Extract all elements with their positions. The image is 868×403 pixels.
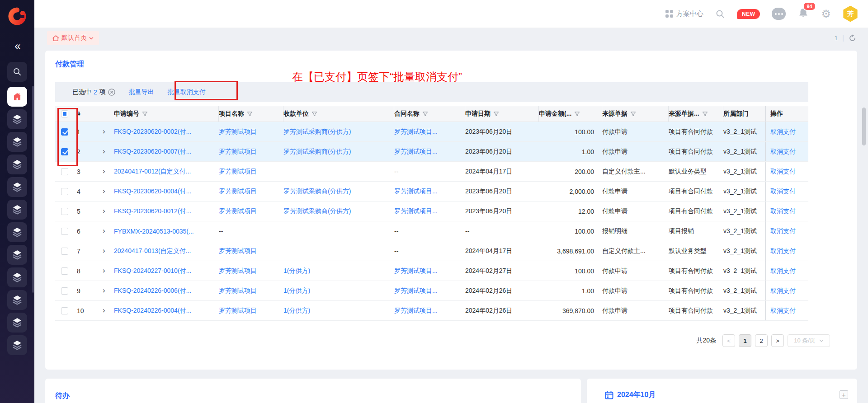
sidebar-item-module-8[interactable] <box>7 267 27 287</box>
row-checkbox[interactable] <box>61 248 68 255</box>
cell-project[interactable]: 罗芳测试项目 <box>219 148 283 156</box>
cell-apply-no[interactable]: FKSQ-20240226-0006(付... <box>114 287 219 295</box>
cancel-pay-link[interactable]: 取消支付 <box>770 267 796 275</box>
row-expand-button[interactable]: › <box>97 128 114 136</box>
sidebar-item-module-4[interactable] <box>7 177 27 197</box>
row-expand-button[interactable]: › <box>97 307 114 314</box>
sidebar-item-home-active[interactable] <box>7 87 27 107</box>
cancel-pay-link[interactable]: 取消支付 <box>770 148 796 156</box>
cell-project[interactable]: 罗芳测试项目 <box>219 128 283 136</box>
sidebar-scrollbar[interactable] <box>32 86 34 293</box>
cell-payee[interactable]: 罗芳测试采购商(分供方) <box>283 207 394 216</box>
cell-payee[interactable]: 1(分供方) <box>283 287 394 295</box>
pagination-page-1[interactable]: 1 <box>739 334 751 347</box>
row-checkbox[interactable] <box>61 267 68 275</box>
row-checkbox[interactable] <box>61 148 68 155</box>
sidebar-item-module-7[interactable] <box>7 245 27 265</box>
tab-default-home[interactable]: 默认首页 <box>47 31 99 45</box>
cell-contract[interactable]: 罗芳测试项目... <box>394 128 465 136</box>
clear-selection-icon[interactable] <box>108 89 115 96</box>
sidebar-item-module-5[interactable] <box>7 200 27 220</box>
row-expand-button[interactable]: › <box>97 148 114 155</box>
sidebar-search-button[interactable] <box>7 62 27 82</box>
app-logo-icon[interactable] <box>8 7 27 26</box>
filter-icon[interactable] <box>142 111 148 117</box>
cell-payee[interactable]: 罗芳测试采购商(分供方) <box>283 128 394 136</box>
sidebar-item-module-9[interactable] <box>7 290 27 310</box>
row-checkbox[interactable] <box>61 128 68 136</box>
cell-project[interactable]: 罗芳测试项目 <box>219 187 283 196</box>
cell-apply-no[interactable]: FKSQ-20230620-0007(付... <box>114 148 219 156</box>
filter-icon[interactable] <box>247 111 253 117</box>
row-checkbox[interactable] <box>61 228 68 235</box>
cancel-pay-link[interactable]: 取消支付 <box>770 207 796 216</box>
sidebar-item-module-2[interactable] <box>7 132 27 152</box>
cell-contract[interactable]: 罗芳测试项目... <box>394 207 465 216</box>
cancel-pay-link[interactable]: 取消支付 <box>770 168 796 176</box>
cancel-pay-link[interactable]: 取消支付 <box>770 187 796 196</box>
row-expand-button[interactable]: › <box>97 247 114 255</box>
cell-project[interactable]: 罗芳测试项目 <box>219 267 283 275</box>
row-expand-button[interactable]: › <box>97 187 114 195</box>
cell-payee[interactable]: 罗芳测试采购商(分供方) <box>283 148 394 156</box>
cell-apply-no[interactable]: FKSQ-20240226-0004(付... <box>114 307 219 315</box>
row-checkbox[interactable] <box>61 287 68 295</box>
pagination-prev-button[interactable]: < <box>722 334 735 347</box>
cancel-pay-link[interactable]: 取消支付 <box>770 227 796 235</box>
cell-contract[interactable]: 罗芳测试项目... <box>394 148 465 156</box>
filter-icon[interactable] <box>493 111 499 117</box>
cancel-pay-link[interactable]: 取消支付 <box>770 247 796 255</box>
row-expand-button[interactable]: › <box>97 227 114 235</box>
row-expand-button[interactable]: › <box>97 287 114 295</box>
batch-cancel-pay-button[interactable]: 批量取消支付 <box>168 88 206 96</box>
cell-apply-no[interactable]: 20240417-0012(自定义付... <box>114 168 219 176</box>
cell-apply-no[interactable]: 20240417-0013(自定义付... <box>114 247 219 255</box>
refresh-icon[interactable] <box>849 34 856 42</box>
sidebar-collapse-icon[interactable]: « <box>0 40 34 52</box>
messages-icon[interactable] <box>772 8 786 20</box>
page-size-select[interactable]: 10 条/页 <box>788 334 830 347</box>
batch-export-button[interactable]: 批量导出 <box>129 88 154 96</box>
sidebar-item-module-6[interactable] <box>7 222 27 242</box>
filter-icon[interactable] <box>702 111 708 117</box>
sidebar-item-module-11[interactable] <box>7 335 27 355</box>
scheme-center-button[interactable]: 方案中心 <box>665 9 703 18</box>
filter-icon[interactable] <box>422 111 428 117</box>
row-checkbox[interactable] <box>61 168 68 175</box>
cell-apply-no[interactable]: FKSQ-20240227-0010(付... <box>114 267 219 275</box>
cell-project[interactable]: 罗芳测试项目 <box>219 207 283 216</box>
row-checkbox[interactable] <box>61 188 68 195</box>
row-expand-button[interactable]: › <box>97 168 114 175</box>
select-all-checkbox[interactable] <box>61 110 68 117</box>
cell-payee[interactable]: 1(分供方) <box>283 307 394 315</box>
cell-project[interactable]: 罗芳测试项目 <box>219 287 283 295</box>
page-scrollbar-thumb[interactable] <box>862 108 866 145</box>
cancel-pay-link[interactable]: 取消支付 <box>770 287 796 295</box>
row-checkbox[interactable] <box>61 208 68 215</box>
calendar-add-button[interactable]: + <box>840 390 848 399</box>
cell-apply-no[interactable]: FKSQ-20230620-0002(付... <box>114 128 219 136</box>
cell-contract[interactable]: 罗芳测试项目... <box>394 287 465 295</box>
settings-gear-icon[interactable]: ⚙ <box>821 9 831 19</box>
filter-icon[interactable] <box>630 111 636 117</box>
cell-apply-no[interactable]: FYBXMX-20240513-0035(... <box>114 228 219 235</box>
notifications-button[interactable]: 94 <box>797 7 809 21</box>
cell-apply-no[interactable]: FKSQ-20230620-0004(付... <box>114 187 219 196</box>
row-expand-button[interactable]: › <box>97 207 114 215</box>
cell-project[interactable]: 罗芳测试项目 <box>219 168 283 176</box>
cancel-pay-link[interactable]: 取消支付 <box>770 128 796 136</box>
filter-icon[interactable] <box>311 111 317 117</box>
cell-payee[interactable]: 罗芳测试采购商(分供方) <box>283 187 394 196</box>
cell-project[interactable]: 罗芳测试项目 <box>219 247 283 255</box>
filter-icon[interactable] <box>574 111 580 117</box>
cell-project[interactable]: 罗芳测试项目 <box>219 307 283 315</box>
new-badge[interactable]: NEW <box>737 9 760 19</box>
cell-apply-no[interactable]: FKSQ-20230620-0012(付... <box>114 207 219 216</box>
cancel-pay-link[interactable]: 取消支付 <box>770 307 796 315</box>
row-checkbox[interactable] <box>61 307 68 314</box>
sidebar-item-module-3[interactable] <box>7 155 27 174</box>
cell-contract[interactable]: 罗芳测试项目... <box>394 267 465 275</box>
sidebar-item-module-1[interactable] <box>7 109 27 129</box>
row-expand-button[interactable]: › <box>97 267 114 275</box>
pagination-next-button[interactable]: > <box>771 334 784 347</box>
